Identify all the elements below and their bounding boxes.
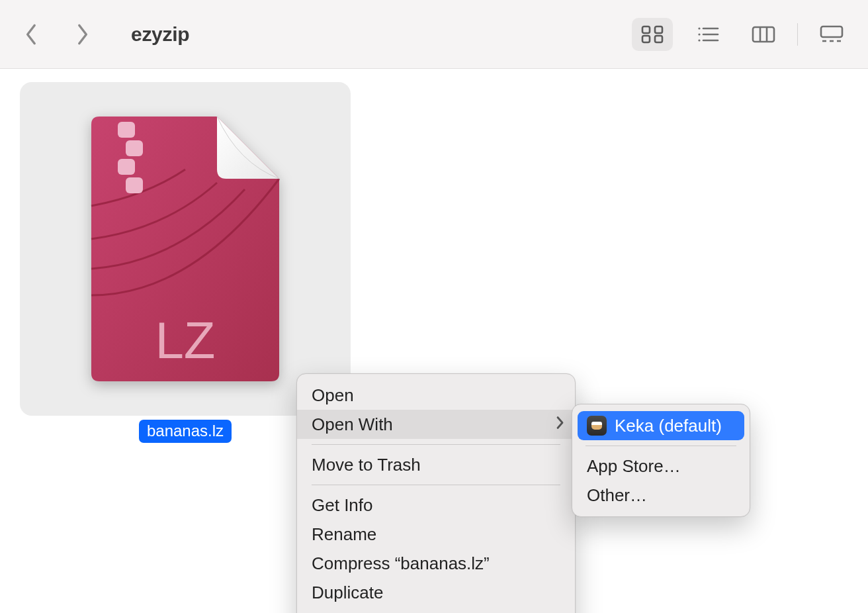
view-list-button[interactable] (687, 18, 728, 51)
menu-duplicate[interactable]: Duplicate (297, 578, 575, 607)
menu-open-with[interactable]: Open With (297, 410, 575, 439)
svg-rect-3 (655, 36, 662, 42)
submenu-other[interactable]: Other… (578, 481, 744, 510)
view-controls (632, 18, 852, 51)
context-menu: Open Open With Move to Trash Get Info Re… (296, 373, 576, 613)
window-title: ezyzip (131, 23, 189, 46)
divider (797, 23, 798, 46)
grid-icon (640, 25, 664, 44)
open-with-submenu: Keka (default) App Store… Other… (572, 404, 750, 517)
svg-point-4 (698, 27, 700, 29)
chevron-right-icon (75, 23, 89, 46)
menu-open[interactable]: Open (297, 381, 575, 410)
menu-separator (586, 446, 736, 446)
menu-separator (312, 485, 560, 485)
svg-rect-2 (642, 36, 650, 42)
columns-icon (752, 25, 775, 44)
nav-buttons (20, 23, 94, 46)
svg-rect-0 (642, 26, 650, 33)
submenu-keka-label: Keka (default) (615, 416, 722, 436)
chevron-left-icon (24, 23, 39, 46)
svg-rect-10 (753, 27, 774, 42)
svg-rect-1 (655, 26, 662, 33)
svg-point-8 (698, 39, 700, 41)
content-area: LZ bananas.lz Open Open With Move to Tra… (0, 69, 868, 613)
menu-move-to-trash[interactable]: Move to Trash (297, 450, 575, 479)
gallery-icon (820, 25, 844, 44)
svg-rect-20 (126, 177, 143, 193)
svg-rect-13 (821, 26, 842, 37)
lz-file-icon: LZ (86, 117, 284, 381)
svg-rect-17 (118, 122, 135, 138)
menu-compress[interactable]: Compress “bananas.lz” (297, 549, 575, 578)
list-icon (696, 25, 720, 44)
svg-point-6 (698, 33, 700, 35)
back-button[interactable] (20, 23, 44, 46)
submenu-keka-default[interactable]: Keka (default) (578, 411, 744, 440)
menu-make-alias[interactable]: Make Alias (297, 607, 575, 613)
menu-open-with-label: Open With (312, 414, 393, 435)
keka-app-icon (587, 416, 607, 436)
menu-separator (312, 444, 560, 445)
file-name-label[interactable]: bananas.lz (139, 420, 232, 443)
file-thumbnail: LZ (20, 82, 351, 416)
view-columns-button[interactable] (743, 18, 784, 51)
submenu-app-store[interactable]: App Store… (578, 451, 744, 481)
svg-rect-18 (126, 140, 143, 156)
toolbar: ezyzip (0, 0, 868, 69)
menu-get-info[interactable]: Get Info (297, 491, 575, 520)
chevron-right-icon (556, 414, 564, 435)
view-icons-button[interactable] (632, 18, 673, 51)
forward-button[interactable] (70, 23, 94, 46)
file-type-label: LZ (155, 311, 215, 369)
menu-rename[interactable]: Rename (297, 520, 575, 549)
svg-rect-19 (118, 159, 135, 175)
view-gallery-button[interactable] (811, 18, 852, 51)
